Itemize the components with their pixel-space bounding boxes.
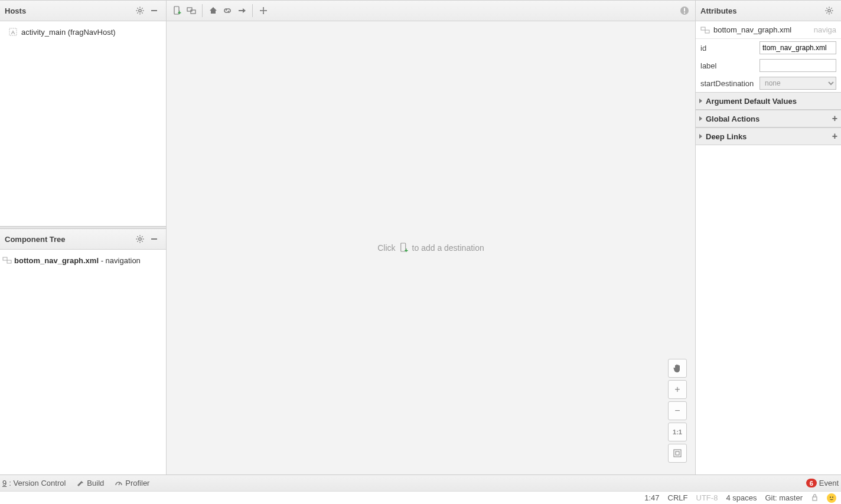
caret-icon [699, 116, 702, 121]
hosts-title: Hosts [5, 6, 133, 15]
bottom-toolbar: 9: Version Control Build Profiler 6 Even… [0, 474, 841, 491]
caret-icon [699, 99, 702, 103]
activity-icon: A [8, 27, 18, 37]
warning-icon[interactable] [677, 4, 692, 18]
attr-start-select[interactable]: none [759, 77, 836, 90]
svg-rect-1 [151, 10, 157, 11]
zoom-fit-button[interactable] [668, 444, 687, 463]
hosts-header: Hosts [0, 1, 166, 21]
component-tree-body: bottom_nav_graph.xml - navigation [0, 249, 166, 474]
attributes-file-row: bottom_nav_graph.xml naviga [696, 21, 841, 39]
attr-id-label: id [700, 44, 756, 53]
gauge-icon [115, 479, 123, 487]
event-badge: 6 [806, 479, 817, 487]
minimize-icon[interactable] [147, 232, 161, 246]
svg-text:A: A [11, 30, 15, 35]
nested-graph-icon[interactable] [184, 4, 198, 18]
host-item-label: activity_main (fragNavHost) [21, 28, 116, 37]
git-branch[interactable]: Git: master [765, 493, 803, 502]
attr-start-row: startDestination none [696, 74, 841, 92]
arrow-right-icon[interactable] [234, 4, 249, 18]
svg-text:+: + [178, 9, 181, 15]
zoom-controls: + − 1:1 [668, 359, 687, 463]
section-deep-links[interactable]: Deep Links + [696, 127, 841, 145]
auto-arrange-icon[interactable] [256, 4, 270, 18]
section-argument-defaults[interactable]: Argument Default Values [696, 92, 841, 110]
add-destination-icon: + [399, 243, 409, 253]
svg-point-4 [139, 238, 141, 240]
section-global-actions[interactable]: Global Actions + [696, 110, 841, 127]
design-canvas-panel: + [167, 1, 696, 474]
svg-rect-10 [187, 8, 192, 11]
svg-rect-5 [151, 238, 157, 240]
smiley-icon[interactable] [827, 493, 836, 503]
attr-label-label: label [700, 61, 756, 70]
attr-label-input[interactable] [759, 59, 836, 72]
attributes-panel: Attributes bottom_nav_graph.xml naviga i… [696, 1, 841, 474]
svg-point-23 [828, 9, 830, 12]
canvas-toolbar: + [167, 1, 695, 21]
svg-point-15 [266, 10, 267, 11]
svg-rect-22 [676, 451, 679, 455]
attr-start-label: startDestination [700, 79, 756, 88]
pan-button[interactable] [668, 359, 687, 378]
design-canvas[interactable]: Click + to add a destination + − 1:1 [167, 21, 695, 474]
zoom-in-button[interactable]: + [668, 380, 687, 399]
hand-icon [672, 363, 683, 374]
toolbar-separator [252, 4, 253, 17]
encoding[interactable]: UTF-8 [696, 493, 718, 502]
svg-point-28 [832, 496, 833, 498]
svg-rect-24 [701, 27, 705, 30]
component-tree-header: Component Tree [0, 229, 166, 249]
zoom-out-button[interactable]: − [668, 401, 687, 420]
svg-rect-11 [191, 10, 195, 14]
left-column: Hosts A activity_main (fragNavHost) [0, 1, 167, 474]
add-destination-icon[interactable]: + [170, 4, 184, 18]
gear-icon[interactable] [133, 232, 147, 246]
svg-point-14 [260, 10, 261, 11]
attr-label-row: label [696, 57, 841, 74]
nav-graph-icon [700, 25, 710, 35]
component-tree-title: Component Tree [5, 235, 133, 244]
add-icon[interactable]: + [832, 113, 837, 124]
attr-id-input[interactable] [759, 41, 836, 54]
canvas-hint-text: Click [377, 243, 395, 253]
gear-icon[interactable] [822, 4, 836, 18]
tree-item-label: bottom_nav_graph.xml - navigation [14, 256, 141, 265]
section-label: Deep Links [706, 132, 747, 141]
tree-item[interactable]: bottom_nav_graph.xml - navigation [0, 253, 166, 267]
canvas-hint: Click + to add a destination [377, 243, 484, 253]
svg-rect-6 [3, 257, 7, 260]
attributes-filename: bottom_nav_graph.xml [713, 25, 791, 34]
home-icon[interactable] [206, 4, 220, 18]
section-label: Argument Default Values [706, 97, 797, 106]
build-tab[interactable]: Build [76, 479, 104, 487]
host-item[interactable]: A activity_main (fragNavHost) [0, 25, 166, 39]
hosts-panel: Hosts A activity_main (fragNavHost) [0, 1, 166, 226]
canvas-hint-text: to add a destination [412, 243, 484, 253]
gear-icon[interactable] [133, 4, 147, 18]
section-label: Global Actions [706, 114, 759, 123]
version-control-tab[interactable]: 9: Version Control [2, 479, 66, 487]
add-icon[interactable]: + [832, 131, 837, 142]
caret-icon [699, 134, 702, 139]
zoom-reset-button[interactable]: 1:1 [668, 423, 687, 441]
svg-point-12 [263, 7, 264, 8]
hammer-icon [76, 479, 84, 487]
fit-icon [673, 449, 682, 457]
status-bar: 1:47 CRLF UTF-8 4 spaces Git: master [0, 491, 841, 504]
line-ending[interactable]: CRLF [668, 493, 688, 502]
lock-icon[interactable] [811, 493, 819, 503]
event-log-tab[interactable]: 6 Event [806, 479, 839, 487]
svg-point-27 [830, 496, 831, 498]
minimize-icon[interactable] [147, 4, 161, 18]
svg-rect-25 [705, 30, 709, 33]
link-icon[interactable] [220, 4, 234, 18]
profiler-tab[interactable]: Profiler [115, 479, 149, 487]
cursor-position[interactable]: 1:47 [644, 493, 659, 502]
svg-rect-26 [813, 497, 817, 500]
indent[interactable]: 4 spaces [726, 493, 757, 502]
hosts-list: A activity_main (fragNavHost) [0, 21, 166, 226]
svg-point-0 [139, 9, 141, 12]
svg-rect-21 [674, 450, 681, 457]
